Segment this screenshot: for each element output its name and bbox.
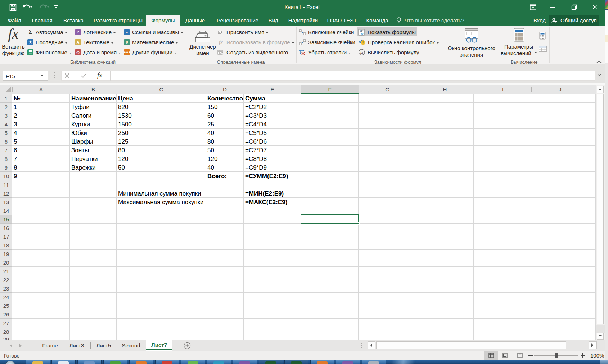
svg-text:!: ! — [362, 41, 364, 45]
svg-text:fx: fx — [361, 32, 364, 35]
svg-text:fx: fx — [360, 50, 363, 54]
